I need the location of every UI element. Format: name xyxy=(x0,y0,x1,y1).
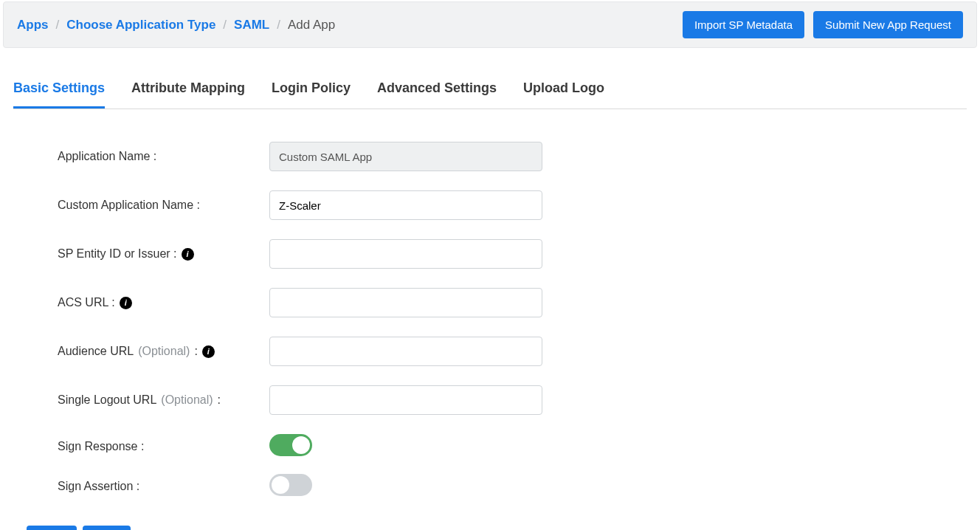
sign-response-toggle[interactable] xyxy=(269,434,312,456)
tabs: Basic Settings Attribute Mapping Login P… xyxy=(13,80,967,109)
next-button[interactable]: Next xyxy=(83,526,131,530)
breadcrumb-apps[interactable]: Apps xyxy=(17,18,49,32)
single-logout-url-label: Single Logout URL (Optional) : xyxy=(46,393,269,407)
sign-response-label: Sign Response : xyxy=(46,440,269,453)
tab-upload-logo[interactable]: Upload Logo xyxy=(523,80,604,109)
info-icon[interactable]: i xyxy=(120,297,132,309)
topbar-actions: Import SP Metadata Submit New App Reques… xyxy=(683,11,963,38)
application-name-input xyxy=(269,142,542,171)
breadcrumb-sep: / xyxy=(56,18,60,32)
save-button[interactable]: Save xyxy=(27,526,77,530)
tab-basic-settings[interactable]: Basic Settings xyxy=(13,80,105,109)
submit-new-app-request-button[interactable]: Submit New App Request xyxy=(813,11,963,38)
import-sp-metadata-button[interactable]: Import SP Metadata xyxy=(683,11,804,38)
top-bar: Apps / Choose Application Type / SAML / … xyxy=(3,1,977,48)
info-icon[interactable]: i xyxy=(202,345,215,358)
application-name-label: Application Name : xyxy=(46,150,269,163)
breadcrumb-sep: / xyxy=(277,18,280,32)
tab-login-policy[interactable]: Login Policy xyxy=(272,80,351,109)
custom-application-name-input[interactable] xyxy=(269,190,542,220)
breadcrumb-sep: / xyxy=(223,18,227,32)
single-logout-url-input[interactable] xyxy=(269,385,542,415)
tab-attribute-mapping[interactable]: Attribute Mapping xyxy=(131,80,245,109)
breadcrumb-choose-type[interactable]: Choose Application Type xyxy=(66,18,215,32)
footer-actions: Save Next xyxy=(27,526,967,530)
sign-assertion-toggle[interactable] xyxy=(269,474,312,496)
audience-url-input[interactable] xyxy=(269,337,542,366)
breadcrumb: Apps / Choose Application Type / SAML / … xyxy=(17,18,335,32)
sp-entity-id-label: SP Entity ID or Issuer : i xyxy=(46,247,269,261)
breadcrumb-saml[interactable]: SAML xyxy=(234,18,269,32)
sp-entity-id-input[interactable] xyxy=(269,239,542,269)
sign-assertion-label: Sign Assertion : xyxy=(46,480,269,493)
custom-application-name-label: Custom Application Name : xyxy=(46,199,269,212)
acs-url-label: ACS URL : i xyxy=(46,296,269,309)
audience-url-label: Audience URL (Optional) : i xyxy=(46,345,269,358)
info-icon[interactable]: i xyxy=(182,248,194,261)
acs-url-input[interactable] xyxy=(269,288,542,317)
basic-settings-form: Application Name : Custom Application Na… xyxy=(46,142,967,499)
tab-advanced-settings[interactable]: Advanced Settings xyxy=(377,80,497,109)
breadcrumb-current: Add App xyxy=(288,18,335,32)
